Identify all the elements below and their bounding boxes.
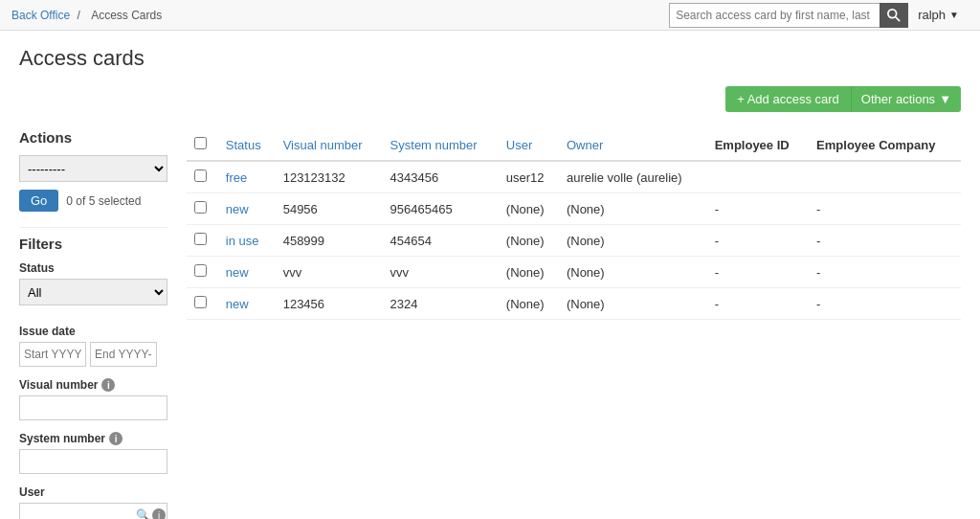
search-button[interactable] <box>880 3 908 28</box>
row-user: (None) <box>499 225 559 257</box>
table-row: new 123456 2324 (None) (None) - - <box>187 288 961 320</box>
sidebar: Actions --------- Go 0 of 5 selected Fil… <box>10 120 177 519</box>
filter-issue-date: Issue date <box>19 325 167 367</box>
selected-count: 0 of 5 selected <box>66 194 141 208</box>
row-status[interactable]: new <box>218 257 276 288</box>
row-employee-company: - <box>809 257 961 288</box>
add-access-card-button[interactable]: + Add access card <box>725 86 851 112</box>
row-user: (None) <box>499 257 559 288</box>
system-number-info-icon: i <box>109 432 122 445</box>
page-title: Access cards <box>19 46 961 71</box>
breadcrumb-home[interactable]: Back Office <box>11 9 70 22</box>
row-checkbox[interactable] <box>194 233 207 245</box>
search-icon <box>887 9 901 22</box>
svg-line-1 <box>896 16 900 20</box>
col-status[interactable]: Status <box>218 129 276 161</box>
actions-select[interactable]: --------- <box>19 155 167 182</box>
table-header: Status Visual number System number User … <box>187 129 961 161</box>
main-layout: Actions --------- Go 0 of 5 selected Fil… <box>0 120 980 519</box>
row-checkbox-cell[interactable] <box>187 257 218 288</box>
row-system-number: 454654 <box>383 225 499 257</box>
user-filter-label: User <box>19 485 167 499</box>
col-visual-number[interactable]: Visual number <box>276 129 383 161</box>
col-system-number[interactable]: System number <box>383 129 499 161</box>
issue-date-label: Issue date <box>19 325 167 338</box>
row-system-number: vvv <box>383 257 499 288</box>
col-employee-id: Employee ID <box>707 129 809 161</box>
go-row: Go 0 of 5 selected <box>19 190 167 212</box>
other-actions-button[interactable]: Other actions ▼ <box>851 86 961 112</box>
table-row: new 54956 956465465 (None) (None) - - <box>187 193 961 225</box>
filter-status: Status All free new in use <box>19 261 167 313</box>
breadcrumb: Back Office / Access Cards <box>11 9 166 22</box>
visual-number-label: Visual number i <box>19 378 167 392</box>
row-system-number: 2324 <box>383 288 499 320</box>
chevron-down-icon: ▼ <box>949 10 959 20</box>
svg-point-0 <box>888 9 897 17</box>
row-checkbox[interactable] <box>194 296 207 308</box>
row-checkbox-cell[interactable] <box>187 193 218 225</box>
row-checkbox[interactable] <box>194 169 207 182</box>
row-employee-id: - <box>707 288 809 320</box>
row-employee-company: - <box>809 288 961 320</box>
row-visual-number: 123456 <box>276 288 383 320</box>
row-employee-company: - <box>809 193 961 225</box>
user-menu[interactable]: ralph ▼ <box>908 0 969 31</box>
go-button[interactable]: Go <box>19 190 58 212</box>
row-visual-number: 123123132 <box>276 161 383 193</box>
end-date-input[interactable] <box>90 342 157 367</box>
row-system-number: 4343456 <box>383 161 499 193</box>
search-input[interactable] <box>669 3 880 28</box>
system-number-input[interactable] <box>19 449 167 474</box>
row-user: user12 <box>499 161 559 193</box>
row-status[interactable]: free <box>218 161 276 193</box>
row-checkbox-cell[interactable] <box>187 225 218 257</box>
table-row: in use 458999 454654 (None) (None) - - <box>187 225 961 257</box>
other-actions-label: Other actions <box>861 92 935 106</box>
user-input-icons: 🔍 i <box>136 508 166 519</box>
row-employee-company: - <box>809 225 961 257</box>
other-actions-chevron-icon: ▼ <box>939 92 951 106</box>
row-owner: aurelie volle (aurelie) <box>559 161 707 193</box>
row-user: (None) <box>499 193 559 225</box>
user-search-icon[interactable]: 🔍 <box>136 508 150 519</box>
filter-visual-number: Visual number i <box>19 378 167 420</box>
select-all-header[interactable] <box>187 129 218 161</box>
access-cards-table: Status Visual number System number User … <box>187 129 961 320</box>
col-user[interactable]: User <box>499 129 559 161</box>
table-area: Status Visual number System number User … <box>177 120 970 519</box>
row-checkbox-cell[interactable] <box>187 288 218 320</box>
table-row: new vvv vvv (None) (None) - - <box>187 257 961 288</box>
select-all-checkbox[interactable] <box>194 137 207 149</box>
row-employee-id <box>707 161 809 193</box>
toolbar: + Add access card Other actions ▼ <box>0 79 980 120</box>
user-info-icon: i <box>152 508 166 519</box>
row-owner: (None) <box>559 225 707 257</box>
filters-title: Filters <box>19 236 167 252</box>
row-status[interactable]: in use <box>218 225 276 257</box>
col-owner[interactable]: Owner <box>559 129 707 161</box>
actions-title: Actions <box>19 129 167 146</box>
user-label: ralph <box>918 8 946 22</box>
row-owner: (None) <box>559 193 707 225</box>
row-checkbox[interactable] <box>194 264 207 277</box>
row-checkbox-cell[interactable] <box>187 161 218 193</box>
search-box <box>669 3 908 28</box>
row-system-number: 956465465 <box>383 193 499 225</box>
row-checkbox[interactable] <box>194 201 207 214</box>
user-input-wrapper: 🔍 i <box>19 503 167 519</box>
status-filter-select[interactable]: All free new in use <box>19 279 167 305</box>
start-date-input[interactable] <box>19 342 86 367</box>
visual-number-input[interactable] <box>19 395 167 420</box>
row-employee-id: - <box>707 257 809 288</box>
row-employee-id: - <box>707 193 809 225</box>
row-user: (None) <box>499 288 559 320</box>
top-nav: Back Office / Access Cards ralph ▼ <box>0 0 980 31</box>
table-row: free 123123132 4343456 user12 aurelie vo… <box>187 161 961 193</box>
row-status[interactable]: new <box>218 288 276 320</box>
row-owner: (None) <box>559 257 707 288</box>
page-header: Access cards <box>0 31 980 79</box>
nav-right: ralph ▼ <box>669 0 969 31</box>
status-filter-label: Status <box>19 261 167 275</box>
row-status[interactable]: new <box>218 193 276 225</box>
